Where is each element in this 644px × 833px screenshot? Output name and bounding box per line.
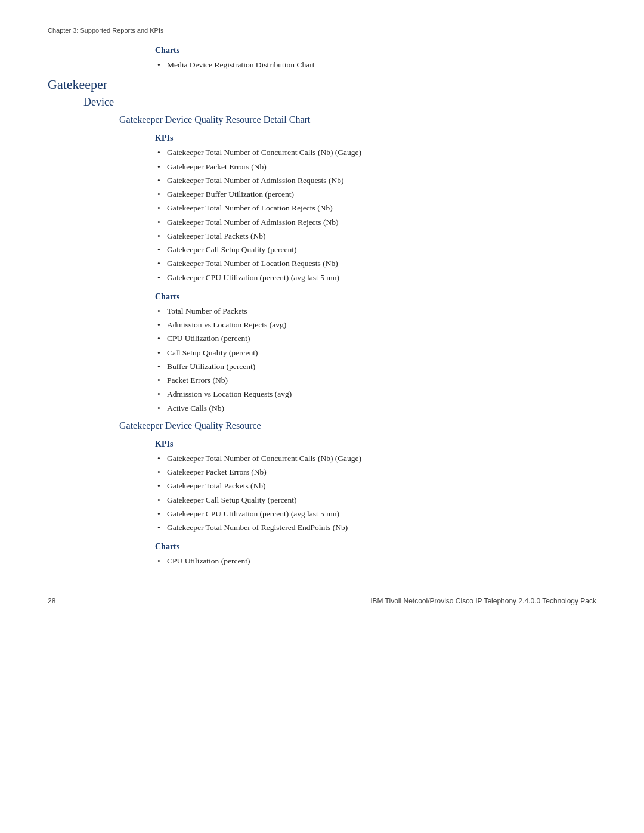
list-item: Gatekeeper Call Setup Quality (percent) xyxy=(155,494,596,506)
gk-quality-charts-list: CPU Utilization (percent) xyxy=(155,555,596,567)
list-item: Call Setup Quality (percent) xyxy=(155,347,596,359)
charts-label-1: Charts xyxy=(155,292,596,302)
top-rule xyxy=(48,24,596,24)
list-item: Active Calls (Nb) xyxy=(155,402,596,414)
gk-quality-heading: Gatekeeper Device Quality Resource xyxy=(119,420,596,431)
bottom-rule xyxy=(48,592,596,592)
list-item: Gatekeeper Total Number of Admission Rej… xyxy=(155,216,596,228)
chapter-header: Chapter 3: Supported Reports and KPIs xyxy=(48,27,596,34)
list-item: Gatekeeper CPU Utilization (percent) (av… xyxy=(155,272,596,284)
gk-detail-charts-list: Total Number of Packets Admission vs Loc… xyxy=(155,305,596,414)
charts-label-2: Charts xyxy=(155,542,596,552)
page-number: 28 xyxy=(48,597,55,605)
list-item: Media Device Registration Distribution C… xyxy=(155,59,596,71)
list-item: Gatekeeper Buffer Utilization (percent) xyxy=(155,188,596,200)
gk-quality-section: KPIs Gatekeeper Total Number of Concurre… xyxy=(155,439,596,568)
gatekeeper-heading: Gatekeeper xyxy=(48,77,596,92)
list-item: Gatekeeper Total Number of Concurrent Ca… xyxy=(155,453,596,465)
list-item: Admission vs Location Requests (avg) xyxy=(155,388,596,400)
list-item: CPU Utilization (percent) xyxy=(155,333,596,345)
list-item: Gatekeeper Total Number of Location Reje… xyxy=(155,202,596,214)
list-item: Gatekeeper Call Setup Quality (percent) xyxy=(155,244,596,256)
charts-intro-section: Charts Media Device Registration Distrib… xyxy=(155,46,596,71)
kpis-label-2: KPIs xyxy=(155,439,596,449)
list-item: Gatekeeper Total Packets (Nb) xyxy=(155,480,596,492)
list-item: Gatekeeper CPU Utilization (percent) (av… xyxy=(155,508,596,520)
list-item: Gatekeeper Total Number of Concurrent Ca… xyxy=(155,147,596,159)
list-item: CPU Utilization (percent) xyxy=(155,555,596,567)
gk-detail-kpis-section: KPIs Gatekeeper Total Number of Concurre… xyxy=(155,134,596,414)
page: Chapter 3: Supported Reports and KPIs Ch… xyxy=(0,0,644,833)
footer: 28 IBM Tivoli Netcool/Proviso Cisco IP T… xyxy=(48,597,596,605)
gk-detail-kpis-list: Gatekeeper Total Number of Concurrent Ca… xyxy=(155,147,596,284)
footer-title: IBM Tivoli Netcool/Proviso Cisco IP Tele… xyxy=(370,597,596,605)
list-item: Gatekeeper Total Packets (Nb) xyxy=(155,230,596,242)
list-item: Total Number of Packets xyxy=(155,305,596,317)
charts-intro-list: Media Device Registration Distribution C… xyxy=(155,59,596,71)
gk-quality-kpis-list: Gatekeeper Total Number of Concurrent Ca… xyxy=(155,453,596,534)
kpis-label-1: KPIs xyxy=(155,134,596,143)
list-item: Gatekeeper Total Number of Registered En… xyxy=(155,522,596,534)
list-item: Gatekeeper Packet Errors (Nb) xyxy=(155,466,596,478)
list-item: Gatekeeper Total Number of Location Requ… xyxy=(155,258,596,270)
list-item: Buffer Utilization (percent) xyxy=(155,361,596,373)
list-item: Packet Errors (Nb) xyxy=(155,374,596,386)
device-heading: Device xyxy=(83,96,596,109)
gk-detail-heading: Gatekeeper Device Quality Resource Detai… xyxy=(119,114,596,125)
list-item: Gatekeeper Packet Errors (Nb) xyxy=(155,161,596,173)
charts-label: Charts xyxy=(155,46,596,55)
list-item: Admission vs Location Rejects (avg) xyxy=(155,319,596,331)
list-item: Gatekeeper Total Number of Admission Req… xyxy=(155,175,596,187)
